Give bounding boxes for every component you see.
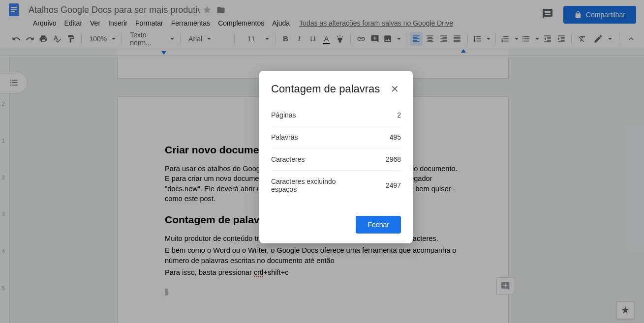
word-count-dialog: Contagem de palavras ✕ Páginas 2 Palavra… bbox=[259, 71, 413, 243]
row-words: Palavras 495 bbox=[271, 126, 401, 148]
close-button[interactable]: Fechar bbox=[356, 216, 401, 234]
row-pages: Páginas 2 bbox=[271, 104, 401, 126]
row-chars-no-space: Caracteres excluindo espaços 2497 bbox=[271, 171, 401, 200]
dialog-title: Contagem de palavras bbox=[271, 83, 380, 95]
close-icon[interactable]: ✕ bbox=[389, 83, 401, 95]
row-chars: Caracteres 2968 bbox=[271, 148, 401, 171]
